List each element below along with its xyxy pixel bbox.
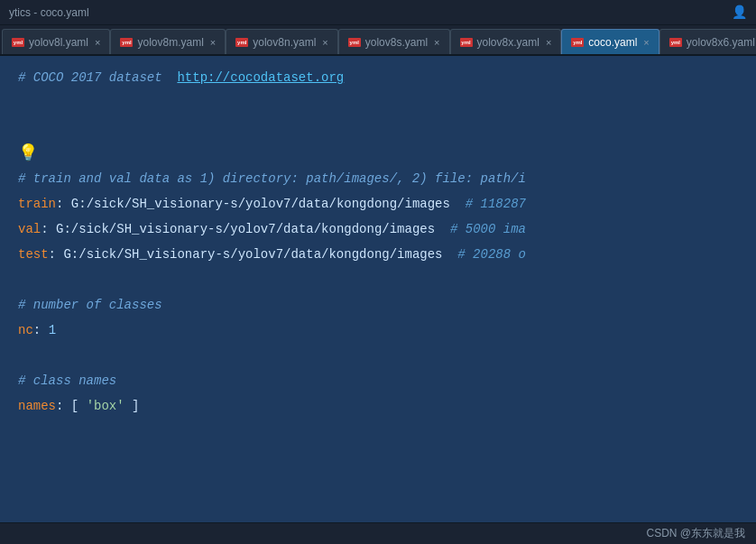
- tab-label-yolov8s: yolov8s.yaml: [365, 36, 428, 49]
- tab-label-yolov8x6: yolov8x6.yaml: [687, 36, 755, 49]
- tab-yolov8l[interactable]: yml yolov8l.yaml ×: [2, 29, 110, 54]
- code-key-val: val: [18, 217, 41, 242]
- code-val-nc: 1: [49, 318, 56, 343]
- bulb-icon: 💡: [18, 141, 38, 166]
- code-line-bulb: 💡: [18, 141, 738, 166]
- tab-label-yolov8n: yolov8n.yaml: [253, 36, 316, 49]
- code-line-1: # COCO 2017 dataset http://cocodataset.o…: [18, 65, 738, 90]
- code-content: # COCO 2017 dataset http://cocodataset.o…: [0, 65, 756, 419]
- tab-icon-yolov8l: yml: [12, 38, 24, 47]
- code-val-names: 'box': [87, 393, 124, 419]
- code-val-train: G:/sick/SH_visionary-s/yolov7/data/kongd…: [71, 191, 450, 217]
- tab-close-coco[interactable]: ×: [643, 37, 649, 48]
- title-bar-controls: 👤: [732, 5, 747, 20]
- code-hc-train: # 118287: [450, 191, 526, 217]
- tab-coco[interactable]: yml coco.yaml ×: [561, 29, 659, 54]
- tab-close-yolov8m[interactable]: ×: [210, 37, 216, 48]
- status-bar: CSDN @东东就是我: [0, 522, 756, 544]
- tab-yolov8n[interactable]: yml yolov8n.yaml ×: [226, 29, 337, 54]
- title-bar-text: ytics - coco.yaml: [9, 6, 89, 19]
- code-line-names-comment: # class names: [18, 368, 738, 393]
- tab-close-yolov8l[interactable]: ×: [95, 37, 100, 48]
- code-hc-val: # 5000 ima: [435, 217, 526, 242]
- code-line-empty-4: [18, 343, 738, 368]
- tab-close-yolov8n[interactable]: ×: [322, 37, 327, 48]
- code-line-val: val : G:/sick/SH_visionary-s/yolov7/data…: [18, 217, 738, 242]
- code-colon-nc: :: [33, 318, 49, 343]
- code-key-test: test: [18, 242, 49, 267]
- tab-label-yolov8l: yolov8l.yaml: [29, 36, 88, 49]
- tab-close-yolov8x[interactable]: ×: [546, 37, 551, 48]
- code-comment-nc: # number of classes: [18, 292, 162, 318]
- code-val-val: G:/sick/SH_visionary-s/yolov7/data/kongd…: [56, 217, 435, 242]
- tab-icon-yolov8s: yml: [348, 38, 361, 47]
- code-colon-train: :: [56, 191, 71, 217]
- tab-icon-yolov8x: yml: [460, 38, 473, 47]
- editor-area[interactable]: # COCO 2017 dataset http://cocodataset.o…: [0, 56, 756, 522]
- code-key-train: train: [18, 191, 56, 217]
- tab-yolov8x[interactable]: yml yolov8x.yaml ×: [450, 29, 562, 54]
- code-key-nc: nc: [18, 318, 33, 343]
- code-val-test: G:/sick/SH_visionary-s/yolov7/data/kongd…: [63, 242, 442, 267]
- code-bracket-close: ]: [124, 393, 140, 419]
- tab-label-yolov8x: yolov8x.yaml: [477, 36, 539, 49]
- code-line-empty-3: [18, 267, 738, 292]
- code-colon-names: :: [56, 393, 71, 419]
- tab-bar: yml yolov8l.yaml × yml yolov8m.yaml × ym…: [0, 25, 756, 56]
- user-icon[interactable]: 👤: [732, 5, 747, 20]
- code-line-nc: nc : 1: [18, 318, 738, 343]
- code-comment-names: # class names: [18, 368, 116, 393]
- tab-icon-yolov8n: yml: [235, 38, 248, 47]
- code-line-nc-comment: # number of classes: [18, 292, 738, 318]
- tab-label-yolov8m: yolov8m.yaml: [137, 36, 203, 49]
- code-line-test: test : G:/sick/SH_visionary-s/yolov7/dat…: [18, 242, 738, 267]
- code-hc-test: # 20288 o: [443, 242, 526, 267]
- tab-icon-coco: yml: [571, 38, 584, 47]
- code-key-names: names: [18, 393, 56, 419]
- code-line-empty-1: [18, 90, 738, 115]
- code-comment-1: # COCO 2017 dataset: [18, 65, 177, 90]
- tab-label-coco: coco.yaml: [588, 36, 637, 49]
- code-comment-trainval: # train and val data as 1) directory: pa…: [18, 166, 526, 191]
- code-line-names: names : [ 'box' ]: [18, 393, 738, 419]
- title-bar: ytics - coco.yaml 👤: [0, 0, 756, 25]
- code-line-trainval: # train and val data as 1) directory: pa…: [18, 166, 738, 191]
- code-bracket-open: [: [71, 393, 87, 419]
- tab-close-yolov8s[interactable]: ×: [434, 37, 439, 48]
- code-line-empty-2: [18, 115, 738, 141]
- code-colon-val: :: [41, 217, 56, 242]
- tab-yolov8s[interactable]: yml yolov8s.yaml ×: [338, 29, 450, 54]
- code-colon-test: :: [49, 242, 64, 267]
- tab-yolov8x6[interactable]: yml yolov8x6.yaml ×: [659, 29, 756, 54]
- status-text: CSDN @东东就是我: [646, 526, 745, 541]
- tab-icon-yolov8x6: yml: [669, 38, 682, 47]
- tab-icon-yolov8m: yml: [120, 38, 133, 47]
- code-line-train: train : G:/sick/SH_visionary-s/yolov7/da…: [18, 191, 738, 217]
- code-link-1[interactable]: http://cocodataset.org: [177, 65, 344, 90]
- tab-yolov8m[interactable]: yml yolov8m.yaml ×: [110, 29, 226, 54]
